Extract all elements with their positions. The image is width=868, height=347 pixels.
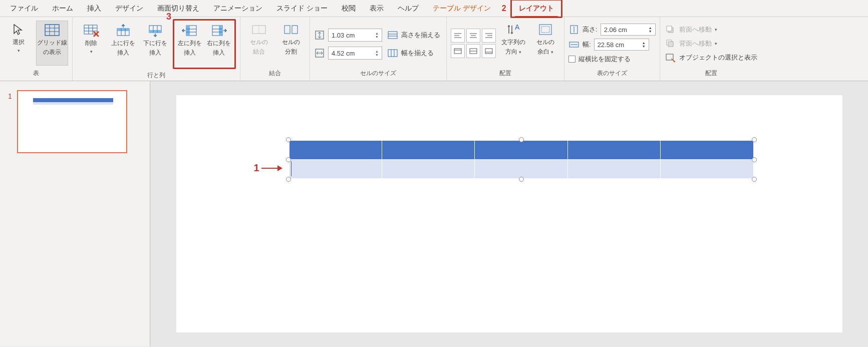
col-right-l1: 右に列を	[207, 40, 231, 47]
group-cell-size: 1.03 cm ▲▼ 4.52 cm ▲▼ 高さを揃える	[310, 17, 447, 81]
resize-handle[interactable]	[752, 177, 757, 182]
align-top-left[interactable]	[451, 29, 465, 43]
tab-view[interactable]: 表示	[363, 1, 391, 17]
group-table: 選択 ▾ グリッド線 の表示 表	[0, 17, 73, 81]
select-button[interactable]: 選択 ▾	[4, 21, 33, 66]
selection-pane-button[interactable]: オブジェクトの選択と表示	[664, 52, 758, 64]
text-direction-icon: A	[505, 23, 522, 37]
tab-transition[interactable]: 画面切り替え	[150, 1, 206, 17]
textdir-l1: 文字列の	[501, 39, 525, 46]
selection-pane-icon	[665, 53, 676, 63]
insert-col-right-icon	[210, 24, 227, 38]
svg-rect-35	[388, 50, 397, 57]
spinner-arrows-icon[interactable]: ▲▼	[642, 41, 646, 48]
spinner-arrows-icon[interactable]: ▲▼	[649, 26, 652, 33]
thumbnail-pane[interactable]: 1	[0, 81, 150, 346]
distribute-cols-button[interactable]: 幅を揃える	[385, 47, 442, 60]
svg-rect-11	[117, 29, 129, 31]
group-arrange: 前面へ移動 ▾ 背面へ移動 ▾ オブジェクトの選択と表示 配置	[660, 17, 762, 81]
group-rows-label: 行と列	[147, 69, 165, 83]
table-row	[289, 160, 753, 179]
cell-margins-button[interactable]: セルの 余白 ▾	[531, 21, 560, 66]
resize-handle[interactable]	[286, 137, 291, 142]
slide-number: 1	[8, 90, 12, 153]
row-height-input[interactable]: 1.03 cm ▲▼	[328, 29, 382, 42]
align-top-right[interactable]	[482, 29, 496, 43]
table-width-value: 22.58 cm	[598, 41, 624, 49]
merge-cells-button: セルの 結合	[244, 21, 273, 66]
dist-cols-label: 幅を揃える	[401, 49, 434, 58]
bring-forward-icon	[665, 25, 676, 35]
slide-thumbnail-1[interactable]: 1	[8, 90, 142, 153]
tab-insert[interactable]: 挿入	[80, 1, 108, 17]
tab-help[interactable]: ヘルプ	[391, 1, 426, 17]
group-table-size: 高さ: 2.06 cm ▲▼ 幅: 22.58 cm ▲▼	[564, 17, 660, 81]
align-top-center[interactable]	[466, 29, 480, 43]
table-object[interactable]: 1	[289, 140, 754, 179]
gridlines-label1: グリッド線	[37, 39, 67, 47]
send-backward-button: 背面へ移動 ▾	[664, 38, 758, 50]
tab-design[interactable]: デザイン	[108, 1, 150, 17]
lock-aspect-label: 縦横比を固定する	[578, 55, 631, 64]
svg-rect-32	[388, 32, 397, 39]
callout-3: 3	[166, 12, 171, 22]
svg-text:A: A	[515, 23, 520, 31]
send-backward-label: 背面へ移動	[679, 39, 712, 48]
chevron-down-icon: ▾	[715, 27, 717, 32]
bring-forward-label: 前面へ移動	[679, 25, 712, 34]
insert-col-left-button[interactable]: 左に列を 挿入	[175, 22, 204, 67]
split-cells-button[interactable]: セルの 分割	[276, 21, 306, 66]
tab-table-design[interactable]: テーブル デザイン	[426, 1, 498, 17]
svg-rect-28	[284, 26, 290, 34]
group-tsize-label: 表のサイズ	[597, 67, 627, 81]
group-align-label: 配置	[499, 67, 511, 81]
table-height-input[interactable]: 2.06 cm ▲▼	[601, 24, 656, 36]
tab-file[interactable]: ファイル	[3, 1, 45, 17]
resize-handle[interactable]	[286, 157, 291, 162]
resize-handle[interactable]	[519, 137, 524, 142]
alignment-matrix	[451, 29, 496, 58]
insert-col-right-button[interactable]: 右に列を 挿入	[204, 22, 233, 67]
row-height-value: 1.03 cm	[332, 32, 355, 39]
tab-layout[interactable]: レイアウト	[510, 0, 562, 18]
split-l1: セルの	[282, 39, 300, 46]
resize-handle[interactable]	[752, 137, 757, 142]
svg-rect-15	[149, 30, 161, 33]
lock-aspect-checkbox[interactable]: 縦横比を固定する	[568, 54, 656, 64]
spinner-arrows-icon[interactable]: ▲▼	[375, 32, 379, 39]
resize-handle[interactable]	[752, 157, 757, 162]
svg-rect-55	[541, 27, 549, 33]
table-width-input[interactable]: 22.58 cm ▲▼	[594, 39, 649, 51]
tab-home[interactable]: ホーム	[45, 1, 80, 17]
delete-table-icon	[83, 24, 100, 38]
delete-button[interactable]: 削除 ▾	[77, 22, 106, 67]
group-merge: セルの 結合 セルの 分割 結合	[240, 17, 310, 81]
tab-slideshow[interactable]: スライド ショー	[269, 1, 335, 17]
ribbon-tabs: ファイル ホーム 挿入 デザイン 画面切り替え アニメーション スライド ショー…	[0, 0, 868, 17]
text-direction-button[interactable]: A 文字列の 方向 ▾	[499, 21, 528, 66]
chevron-down-icon: ▾	[90, 49, 93, 54]
slide-editor[interactable]: 1	[150, 81, 868, 346]
merge-cells-icon	[250, 23, 267, 37]
align-bottom-left[interactable]	[451, 44, 465, 58]
insert-row-above-button[interactable]: 上に行を 挿入	[109, 22, 138, 67]
view-gridlines-button[interactable]: グリッド線 の表示	[36, 21, 68, 66]
spinner-arrows-icon[interactable]: ▲▼	[375, 50, 379, 57]
margins-l1: セルの	[536, 39, 554, 46]
align-bottom-center[interactable]	[466, 44, 480, 58]
insert-row-below-button[interactable]: 下に行を 挿入	[141, 22, 170, 67]
callout-2: 2	[498, 4, 507, 13]
col-width-input[interactable]: 4.52 cm ▲▼	[328, 47, 382, 60]
align-bottom-right[interactable]	[482, 44, 496, 58]
slide-canvas[interactable]: 1	[176, 95, 842, 332]
margins-l2: 余白 ▾	[537, 48, 553, 56]
distribute-rows-button[interactable]: 高さを揃える	[385, 29, 442, 42]
svg-rect-19	[186, 26, 190, 36]
cell-margins-icon	[537, 23, 554, 37]
tab-animation[interactable]: アニメーション	[206, 1, 269, 17]
col-right-l2: 挿入	[213, 49, 225, 57]
distribute-rows-icon	[387, 30, 398, 40]
tab-review[interactable]: 校閲	[335, 1, 363, 17]
resize-handle[interactable]	[519, 177, 524, 182]
resize-handle[interactable]	[286, 177, 291, 182]
